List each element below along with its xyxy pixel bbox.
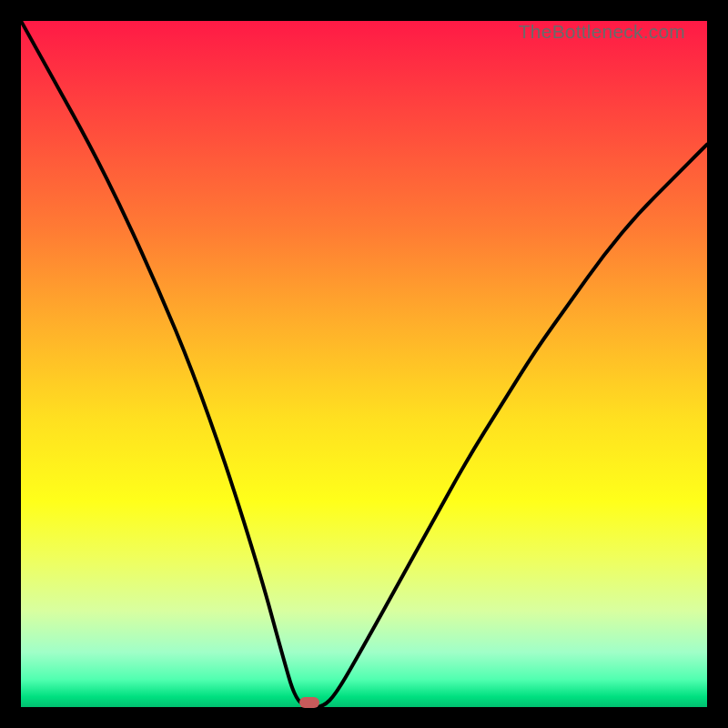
bottleneck-curve — [21, 21, 707, 707]
watermark-text: TheBottleneck.com — [519, 21, 685, 43]
valley-marker — [299, 697, 319, 708]
curve-path — [21, 21, 707, 707]
plot-area: TheBottleneck.com — [21, 21, 707, 707]
